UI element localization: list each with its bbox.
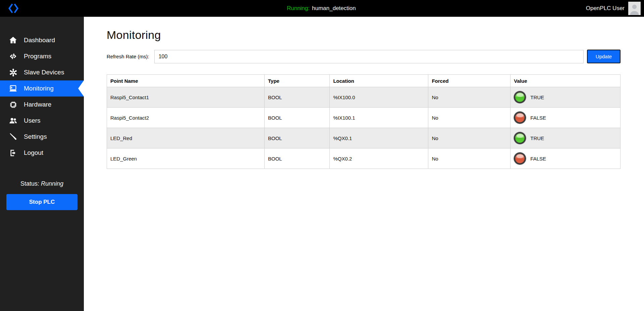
- monitor-icon: [8, 84, 18, 93]
- cell-type: BOOL: [265, 128, 330, 148]
- led-red-icon: [514, 152, 526, 165]
- slave-devices-icon: [8, 68, 18, 77]
- sidebar-item-users[interactable]: Users: [0, 113, 84, 129]
- sidebar-item-label: Settings: [24, 133, 47, 140]
- main-content: Monitoring Refresh Rate (ms): Update Poi…: [84, 0, 644, 169]
- table-row: LED_GreenBOOL%QX0.2NoFALSE: [107, 148, 621, 169]
- sidebar: DashboardProgramsSlave DevicesMonitoring…: [0, 17, 84, 311]
- table-row: Raspi5_Contact1BOOL%IX100.0NoTRUE: [107, 87, 621, 108]
- chip-icon: [8, 100, 18, 109]
- sidebar-item-logout[interactable]: Logout: [0, 145, 84, 161]
- table-header-row: Point NameTypeLocationForcedValue: [107, 75, 621, 87]
- sidebar-item-label: Monitoring: [24, 85, 54, 92]
- cell-value: FALSE: [511, 108, 621, 128]
- users-icon: [8, 116, 18, 125]
- user-menu[interactable]: OpenPLC User: [586, 2, 644, 15]
- topbar: Running:human_detection OpenPLC User: [0, 0, 644, 17]
- sidebar-item-programs[interactable]: Programs: [0, 48, 84, 64]
- cell-point-name: LED_Green: [107, 148, 265, 169]
- stop-plc-button[interactable]: Stop PLC: [6, 194, 77, 210]
- value-indicator: FALSE: [514, 152, 617, 165]
- plc-status-value: Running: [41, 180, 63, 187]
- column-header-forced: Forced: [428, 75, 511, 87]
- code-icon: [8, 52, 18, 61]
- sidebar-item-monitoring[interactable]: Monitoring: [0, 80, 84, 97]
- column-header-value: Value: [511, 75, 621, 87]
- sidebar-nav: DashboardProgramsSlave DevicesMonitoring…: [0, 17, 84, 161]
- cell-point-name: Raspi5_Contact2: [107, 108, 265, 128]
- sidebar-item-label: Users: [24, 117, 41, 124]
- sidebar-item-settings[interactable]: Settings: [0, 129, 84, 145]
- page-title: Monitoring: [107, 28, 621, 42]
- cell-value: TRUE: [511, 87, 621, 108]
- refresh-rate-row: Refresh Rate (ms): Update: [107, 50, 621, 63]
- refresh-rate-label: Refresh Rate (ms):: [107, 54, 149, 59]
- cell-forced: No: [428, 108, 511, 128]
- running-program-name: human_detection: [312, 5, 356, 11]
- table-row: Raspi5_Contact2BOOL%IX100.1NoFALSE: [107, 108, 621, 128]
- refresh-rate-input[interactable]: [154, 50, 584, 63]
- cell-point-name: LED_Red: [107, 128, 265, 148]
- cell-location: %IX100.0: [330, 87, 428, 108]
- update-button[interactable]: Update: [587, 50, 621, 63]
- cell-value: FALSE: [511, 148, 621, 169]
- cell-point-name: Raspi5_Contact1: [107, 87, 265, 108]
- sidebar-item-hardware[interactable]: Hardware: [0, 97, 84, 113]
- monitoring-table: Point NameTypeLocationForcedValue Raspi5…: [107, 74, 621, 169]
- value-indicator: TRUE: [514, 91, 617, 103]
- sidebar-item-label: Hardware: [24, 101, 51, 108]
- user-name: OpenPLC User: [586, 5, 625, 12]
- cell-forced: No: [428, 128, 511, 148]
- cell-location: %QX0.1: [330, 128, 428, 148]
- cell-forced: No: [428, 148, 511, 169]
- logout-icon: [8, 148, 18, 158]
- value-text: TRUE: [530, 95, 544, 100]
- cell-value: TRUE: [511, 128, 621, 148]
- running-status-label: Running:: [287, 5, 310, 11]
- column-header-type: Type: [265, 75, 330, 87]
- sidebar-item-label: Dashboard: [24, 37, 55, 44]
- cell-type: BOOL: [265, 108, 330, 128]
- plc-status: Status: Running: [0, 180, 84, 187]
- value-text: FALSE: [530, 156, 546, 162]
- sidebar-item-label: Programs: [24, 53, 51, 60]
- sidebar-item-label: Logout: [24, 149, 43, 157]
- running-status: Running:human_detection: [287, 5, 356, 12]
- table-row: LED_RedBOOL%QX0.1NoTRUE: [107, 128, 621, 148]
- value-indicator: TRUE: [514, 132, 617, 144]
- led-green-icon: [514, 132, 526, 144]
- plc-status-label: Status:: [20, 180, 39, 187]
- value-text: FALSE: [530, 115, 546, 121]
- avatar[interactable]: [628, 2, 641, 15]
- cell-type: BOOL: [265, 148, 330, 169]
- openplc-logo-icon[interactable]: [7, 3, 19, 14]
- screwdriver-icon: [8, 132, 18, 141]
- value-indicator: FALSE: [514, 112, 617, 124]
- sidebar-item-slave-devices[interactable]: Slave Devices: [0, 64, 84, 80]
- sidebar-item-dashboard[interactable]: Dashboard: [0, 32, 84, 48]
- cell-location: %IX100.1: [330, 108, 428, 128]
- cell-type: BOOL: [265, 87, 330, 108]
- home-icon: [8, 36, 18, 45]
- column-header-location: Location: [330, 75, 428, 87]
- cell-forced: No: [428, 87, 511, 108]
- led-green-icon: [514, 91, 526, 103]
- led-red-icon: [514, 112, 526, 124]
- column-header-point-name: Point Name: [107, 75, 265, 87]
- sidebar-item-label: Slave Devices: [24, 69, 64, 76]
- value-text: TRUE: [530, 135, 544, 141]
- cell-location: %QX0.2: [330, 148, 428, 169]
